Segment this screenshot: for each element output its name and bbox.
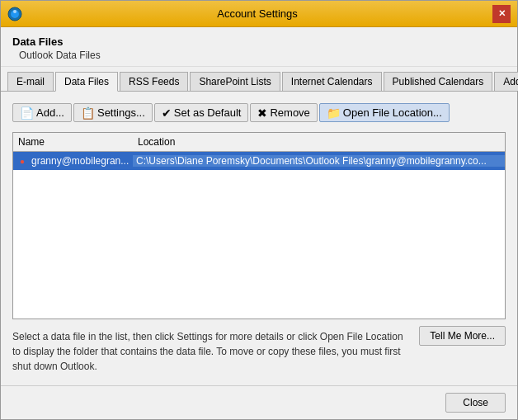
dialog-window: Account Settings ✕ Data Files Outlook Da… xyxy=(0,0,518,420)
tell-me-more-button[interactable]: Tell Me More... xyxy=(419,326,506,346)
tab-internet[interactable]: Internet Calendars xyxy=(282,72,382,91)
settings-icon: 📋 xyxy=(81,107,95,119)
tabs-row: E-mail Data Files RSS Feeds SharePoint L… xyxy=(1,67,517,92)
header-title: Data Files xyxy=(12,35,506,48)
column-name-header: Name xyxy=(13,134,133,149)
header-subtitle: Outlook Data Files xyxy=(19,50,506,61)
file-list: Name Location ● granny@mobilegran... C:\… xyxy=(12,132,506,319)
row-location: C:\Users\Diane Poremsky\Documents\Outloo… xyxy=(133,155,505,167)
title-bar: Account Settings ✕ xyxy=(1,1,517,27)
table-row[interactable]: ● granny@mobilegran... C:\Users\Diane Po… xyxy=(13,152,505,170)
toolbar: 📄 Add... 📋 Settings... ✔ Set as Default … xyxy=(12,100,506,125)
tab-email[interactable]: E-mail xyxy=(7,72,54,91)
header-section: Data Files Outlook Data Files xyxy=(1,27,517,67)
row-filename: granny@mobilegran... xyxy=(28,155,133,167)
add-icon: 📄 xyxy=(20,107,34,119)
set-default-button[interactable]: ✔ Set as Default xyxy=(154,103,249,122)
remove-button[interactable]: ✖ Remove xyxy=(250,103,317,122)
tab-datafiles[interactable]: Data Files xyxy=(55,72,118,92)
row-icon: ● xyxy=(13,157,28,166)
app-icon xyxy=(7,7,22,21)
info-text: Select a data file in the list, then cli… xyxy=(12,326,411,377)
tab-rss[interactable]: RSS Feeds xyxy=(120,72,188,91)
open-file-location-button[interactable]: 📁 Open File Location... xyxy=(319,103,450,122)
svg-point-2 xyxy=(13,10,16,13)
bottom-row: Select a data file in the list, then cli… xyxy=(12,326,506,377)
footer: Close xyxy=(1,385,517,419)
file-list-header: Name Location xyxy=(13,133,505,152)
remove-icon: ✖ xyxy=(257,107,267,119)
window-close-button[interactable]: ✕ xyxy=(492,5,511,23)
settings-button[interactable]: 📋 Settings... xyxy=(73,103,153,122)
dialog-title: Account Settings xyxy=(22,7,492,20)
folder-icon: 📁 xyxy=(327,107,341,119)
checkmark-icon: ✔ xyxy=(162,107,172,119)
column-location-header: Location xyxy=(133,134,505,149)
content-area: 📄 Add... 📋 Settings... ✔ Set as Default … xyxy=(1,92,517,385)
tab-address[interactable]: Address Books xyxy=(494,72,518,91)
tab-sharepoint[interactable]: SharePoint Lists xyxy=(190,72,280,91)
close-button[interactable]: Close xyxy=(445,393,506,413)
tab-published[interactable]: Published Calendars xyxy=(384,72,493,91)
add-button[interactable]: 📄 Add... xyxy=(12,103,72,122)
